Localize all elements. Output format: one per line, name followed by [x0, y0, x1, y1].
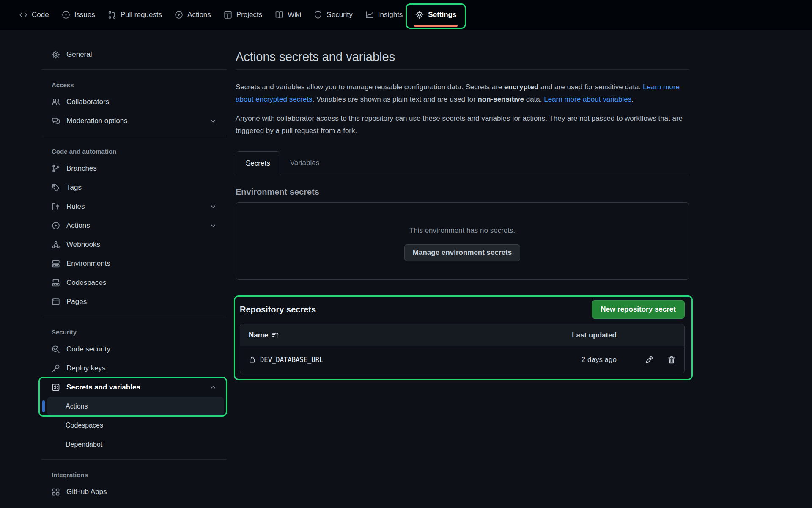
- browser-icon: [52, 298, 60, 306]
- people-icon: [52, 98, 60, 106]
- tab-label: Settings: [428, 11, 456, 19]
- link-learn-variables[interactable]: Learn more about variables: [544, 95, 631, 103]
- sidebar-item-label: Collaborators: [66, 98, 109, 106]
- sidebar-item-tags[interactable]: Tags: [47, 178, 224, 197]
- delete-secret-button[interactable]: [667, 356, 676, 364]
- tab-pull-requests[interactable]: Pull requests: [102, 0, 168, 30]
- access-note-paragraph: Anyone with collaborator access to this …: [236, 112, 689, 137]
- tab-label: Insights: [378, 11, 403, 19]
- intro-bold-encrypted: encrypted: [504, 83, 538, 91]
- divider: [41, 317, 226, 317]
- intro-text: Secrets and variables allow you to manag…: [236, 83, 504, 91]
- intro-text: and are used for sensitive data.: [538, 83, 643, 91]
- webhook-icon: [52, 240, 60, 249]
- active-item-indicator: [42, 400, 45, 412]
- sidebar-section-security: Security: [41, 323, 226, 340]
- tag-icon: [52, 183, 60, 192]
- tab-label: Actions: [187, 11, 211, 19]
- gear-icon: [52, 50, 60, 59]
- secret-name: DEV_DATABASE_URL: [260, 356, 323, 364]
- environment-secrets-box: This environment has no secrets. Manage …: [236, 202, 689, 280]
- mail-icon: [52, 507, 60, 508]
- sort-ascending-icon: [272, 331, 280, 339]
- gear-icon: [415, 11, 424, 19]
- sidebar-item-codespaces[interactable]: Codespaces: [47, 273, 224, 292]
- sidebar-item-github-apps[interactable]: GitHub Apps: [47, 482, 224, 501]
- sidebar-item-label: Actions: [66, 221, 90, 230]
- sidebar-item-label: Moderation options: [66, 117, 128, 125]
- sidebar-item-label: Environments: [66, 260, 110, 268]
- play-circle-icon: [175, 11, 183, 19]
- table-icon: [224, 11, 232, 19]
- sidebar-subitem-dependabot[interactable]: Dependabot: [47, 435, 224, 454]
- sidebar-item-environments[interactable]: Environments: [47, 254, 224, 273]
- repo-tab-bar: Code Issues Pull requests Actions Projec…: [0, 0, 812, 30]
- book-icon: [275, 11, 283, 19]
- shield-icon: [314, 11, 322, 19]
- sidebar-section-code-and-automation: Code and automation: [41, 142, 226, 159]
- tab-secrets[interactable]: Secrets: [236, 151, 280, 175]
- tab-label: Wiki: [288, 11, 301, 19]
- tab-settings[interactable]: Settings: [409, 0, 463, 30]
- name-header-label: Name: [249, 331, 268, 340]
- codescan-icon: [52, 345, 60, 353]
- sidebar-item-deploy-keys[interactable]: Deploy keys: [47, 359, 224, 378]
- secret-last-updated: 2 days ago: [511, 356, 617, 364]
- sidebar-item-moderation-options[interactable]: Moderation options: [47, 111, 224, 130]
- sidebar-item-general[interactable]: General: [47, 45, 224, 64]
- tab-wiki[interactable]: Wiki: [269, 0, 307, 30]
- name-column-header[interactable]: Name: [249, 331, 280, 340]
- environment-secrets-empty-message: This environment has no secrets.: [409, 226, 515, 235]
- tab-label: Code: [32, 11, 49, 19]
- issue-opened-icon: [62, 11, 70, 19]
- sidebar-item-label: Webhooks: [66, 240, 100, 249]
- tab-label: Security: [326, 11, 352, 19]
- sidebar-item-rules[interactable]: Rules: [47, 197, 224, 216]
- sidebar-item-pages[interactable]: Pages: [47, 292, 224, 311]
- divider: [41, 69, 226, 70]
- divider: [41, 459, 226, 460]
- sidebar-item-code-security[interactable]: Code security: [47, 340, 224, 359]
- secrets-variables-tabnav: Secrets Variables: [236, 151, 689, 175]
- grid-icon: [52, 488, 60, 496]
- tab-security[interactable]: Security: [307, 0, 359, 30]
- sidebar-item-collaborators[interactable]: Collaborators: [47, 92, 224, 111]
- sidebar-section-access: Access: [41, 75, 226, 92]
- tab-variables[interactable]: Variables: [280, 151, 329, 175]
- page-title: Actions secrets and variables: [236, 50, 689, 70]
- tab-code[interactable]: Code: [13, 0, 55, 30]
- last-updated-column-header: Last updated: [511, 331, 617, 340]
- table-header-row: Name Last updated: [240, 324, 684, 346]
- sidebar-item-branches[interactable]: Branches: [47, 159, 224, 178]
- sidebar-item-secrets-and-variables[interactable]: Secrets and variables: [47, 378, 224, 397]
- sidebar-item-email-notifications[interactable]: Email notifications: [47, 501, 224, 508]
- chevron-up-icon: [209, 384, 217, 391]
- server-icon: [52, 260, 60, 268]
- repository-secrets-section: Repository secrets New repository secret…: [236, 298, 689, 373]
- key-icon: [52, 364, 60, 373]
- sidebar-subitem-label: Dependabot: [66, 441, 102, 448]
- sidebar-subitem-label: Codespaces: [66, 422, 103, 429]
- table-row: DEV_DATABASE_URL 2 days ago: [240, 346, 684, 373]
- manage-environment-secrets-button[interactable]: Manage environment secrets: [404, 244, 520, 261]
- tab-insights[interactable]: Insights: [359, 0, 409, 30]
- sidebar-item-label: Branches: [66, 164, 97, 173]
- sidebar-item-webhooks[interactable]: Webhooks: [47, 235, 224, 254]
- new-repository-secret-button[interactable]: New repository secret: [592, 300, 685, 319]
- tab-actions[interactable]: Actions: [168, 0, 217, 30]
- intro-text: data.: [524, 95, 544, 103]
- chevron-down-icon: [209, 203, 217, 210]
- tab-projects[interactable]: Projects: [217, 0, 269, 30]
- repository-secrets-heading: Repository secrets: [240, 305, 316, 315]
- tab-issues[interactable]: Issues: [55, 0, 102, 30]
- sidebar-item-actions[interactable]: Actions: [47, 216, 224, 235]
- sidebar-item-label: GitHub Apps: [66, 488, 107, 496]
- sidebar-subitem-actions[interactable]: Actions: [47, 397, 224, 416]
- sidebar-subitem-codespaces[interactable]: Codespaces: [47, 416, 224, 435]
- sidebar-item-label: Email notifications: [66, 507, 124, 508]
- edit-secret-button[interactable]: [645, 356, 653, 364]
- sidebar-item-label: Code security: [66, 345, 110, 353]
- intro-bold-non-sensitive: non-sensitive: [477, 95, 524, 103]
- settings-sidebar: General Access Collaborators Moderation …: [41, 30, 226, 508]
- sidebar-item-label: Codespaces: [66, 279, 107, 287]
